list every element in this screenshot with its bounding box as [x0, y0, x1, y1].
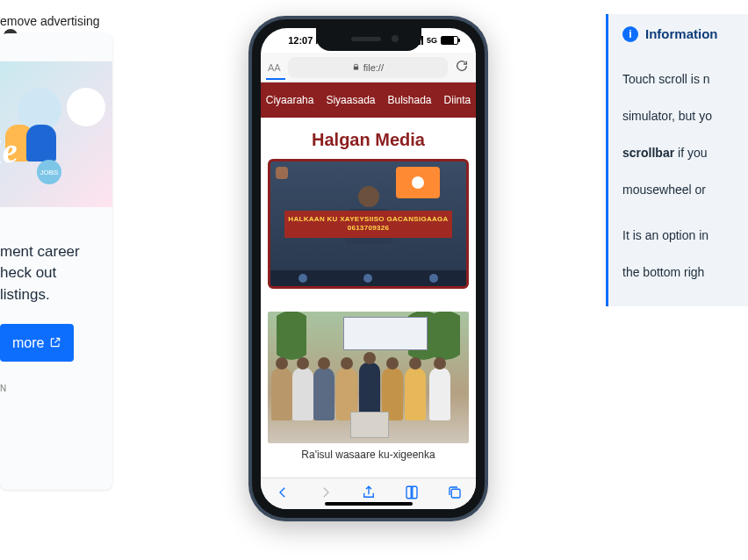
article-image [268, 312, 469, 443]
book-icon [404, 485, 420, 500]
flag-graphic [396, 167, 440, 198]
ad-body: ment career heck out listings. more N [0, 207, 112, 395]
chevron-left-icon [275, 485, 291, 500]
info-icon: i [622, 26, 638, 42]
jobs-badge: JOBS [37, 160, 61, 184]
text-size-button[interactable]: AA [268, 62, 281, 73]
hero-banner[interactable]: HALKAAN KU XAYEYSIISO GACANSIGAAGA 06137… [268, 159, 469, 289]
learn-more-button[interactable]: more [0, 324, 74, 362]
nav-ciyaaraha[interactable]: Ciyaaraha [266, 94, 314, 106]
ad-illustration: JOBS atie [0, 61, 112, 207]
ad-body-text: ment career heck out listings. [0, 219, 104, 306]
bookmarks-button[interactable] [404, 485, 420, 504]
hero-corner-badge [276, 167, 288, 179]
reload-button[interactable] [455, 59, 469, 76]
reload-icon [455, 59, 469, 73]
site-title: Halgan Media [261, 118, 476, 159]
left-ad-panel: emove advertising ✕ JOBS atie ment caree… [0, 0, 114, 560]
address-text: file:// [363, 62, 384, 73]
info-title: Information [645, 25, 718, 45]
article-card[interactable]: Ra'isul wasaare ku-xigeenka [268, 312, 469, 461]
hero-bottom-strip [270, 270, 466, 286]
learn-more-label: more [12, 333, 44, 353]
ad-card: JOBS atie ment career heck out listings.… [0, 33, 112, 490]
site-nav: Ciyaaraha Siyaasada Bulshada Diinta [261, 83, 476, 118]
external-link-icon [49, 336, 61, 348]
browser-url-bar: AA file:// [261, 53, 476, 83]
foundation-stone-graphic [350, 412, 389, 438]
info-paragraph-1: Touch scroll is n simulator, but yo scro… [622, 52, 748, 199]
remove-advertising-label: emove advertising [0, 14, 100, 28]
hero-ad-line2: 0613709326 [288, 224, 449, 233]
home-indicator[interactable] [325, 502, 413, 506]
ad-footer: N [0, 383, 104, 396]
svg-rect-0 [451, 489, 460, 498]
nav-siyaasada[interactable]: Siyaasada [326, 94, 375, 106]
article-title: Ra'isul wasaare ku-xigeenka [268, 443, 469, 461]
phone-simulator: 12:07 PM 5G AA file:// Ci [248, 16, 488, 521]
info-paragraph-2: It is an option in the bottom righ [622, 208, 748, 282]
battery-icon [441, 36, 458, 45]
tabs-button[interactable] [447, 485, 463, 504]
hero-ad-line1: HALKAAN KU XAYEYSIISO GACANSIGAAGA [288, 215, 449, 224]
back-button[interactable] [275, 485, 291, 504]
sign-graphic [343, 317, 428, 350]
phone-notch [316, 28, 421, 51]
tabs-icon [447, 485, 463, 500]
phone-screen: 12:07 PM 5G AA file:// Ci [261, 28, 476, 509]
share-button[interactable] [361, 485, 377, 504]
lock-icon [352, 63, 360, 71]
nav-diinta[interactable]: Diinta [444, 94, 471, 106]
information-panel: i Information Touch scroll is n simulato… [606, 14, 748, 306]
hero-ad-strip: HALKAAN KU XAYEYSIISO GACANSIGAAGA 06137… [284, 211, 452, 238]
page-viewport[interactable]: Ciyaaraha Siyaasada Bulshada Diinta Halg… [261, 83, 476, 477]
share-icon [361, 485, 377, 500]
nav-bulshada[interactable]: Bulshada [388, 94, 432, 106]
network-label: 5G [427, 36, 437, 45]
forward-button [318, 485, 334, 504]
address-field[interactable]: file:// [288, 57, 448, 78]
chevron-right-icon [318, 485, 334, 500]
